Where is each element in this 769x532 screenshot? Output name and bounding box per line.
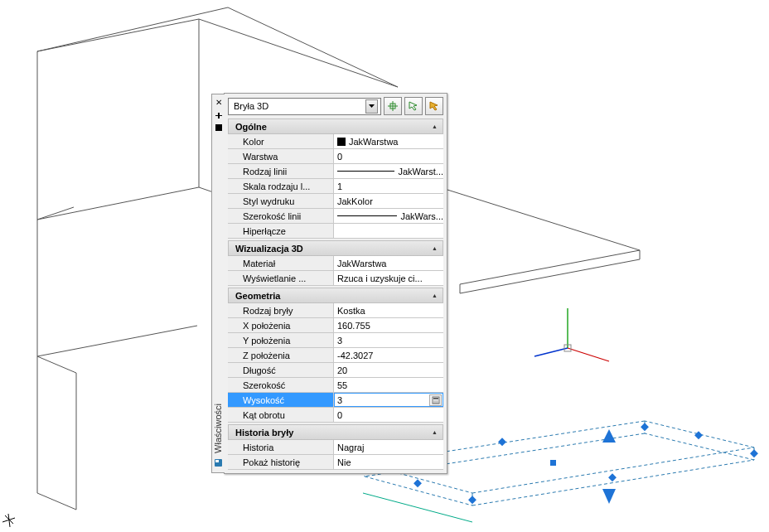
svg-line-14 [37,326,197,356]
svg-marker-58 [409,102,417,110]
collapse-icon: ▲ [432,293,438,298]
row-history[interactable]: Historia Nagraj [228,440,443,455]
collapse-icon: ▲ [432,429,438,435]
close-icon[interactable]: ✕ [214,98,223,107]
svg-line-11 [37,493,76,510]
svg-rect-44 [498,438,506,446]
svg-point-63 [435,400,436,401]
svg-point-67 [437,402,438,403]
svg-rect-45 [694,431,703,439]
height-value[interactable]: 3 [337,395,342,405]
svg-line-18 [460,259,640,293]
pin-icon[interactable] [214,110,223,119]
svg-rect-51 [215,124,222,131]
ucs-icon [534,308,609,361]
svg-marker-37 [602,429,616,443]
calculator-icon[interactable] [429,394,442,406]
properties-panel: ✕ Właściwości Bryła 3D [224,93,447,474]
row-rotation[interactable]: Kąt obrotu 0 [228,408,443,423]
svg-marker-54 [369,104,375,108]
svg-line-32 [472,460,754,505]
svg-line-4 [199,19,398,87]
svg-point-65 [433,402,434,403]
menu-icon[interactable] [214,123,223,132]
row-solidtype[interactable]: Rodzaj bryły Kostka [228,303,443,318]
svg-line-22 [534,348,568,356]
section-geometry-title: Geometria [235,291,280,301]
section-general[interactable]: Ogólne ▲ [228,118,443,134]
svg-line-16 [460,250,640,284]
row-material[interactable]: Materiał JakWarstwa [228,256,443,271]
row-length[interactable]: Długość 20 [228,363,443,378]
svg-point-62 [433,400,434,401]
svg-line-2 [37,187,199,220]
svg-point-66 [435,402,436,403]
svg-line-24 [472,447,754,493]
svg-line-10 [37,356,76,373]
svg-rect-42 [641,423,649,431]
linetype-sample [337,171,394,172]
collapse-icon: ▲ [432,245,438,251]
row-lineweight[interactable]: Szerokość linii JakWars... [228,209,443,224]
row-plotstyle[interactable]: Styl wydruku JakKolor [228,194,443,209]
svg-marker-59 [430,102,438,110]
panel-toolbar: Bryła 3D [228,97,443,115]
dropdown-arrow-icon [365,99,378,114]
toggle-pickadd-icon[interactable] [425,97,443,115]
properties-icon[interactable] [214,458,223,467]
panel-title: Właściwości [214,404,223,453]
section-viz3d[interactable]: Wizualizacja 3D ▲ [228,240,443,256]
row-shadow[interactable]: Wyświetlanie ... Rzuca i uzyskuje ci... [228,271,443,286]
svg-marker-38 [602,489,616,504]
section-history[interactable]: Historia bryły ▲ [228,424,443,440]
row-xpos[interactable]: X położenia 160.755 [228,318,443,333]
svg-line-0 [37,19,199,51]
svg-rect-40 [468,496,476,504]
svg-line-36 [363,493,472,522]
row-hyperlink[interactable]: Hiperłącze [228,224,443,239]
svg-point-64 [437,400,438,401]
row-linetype[interactable]: Rodzaj linii JakWarst... [228,164,443,179]
collapse-icon: ▲ [432,123,438,129]
svg-line-21 [568,348,609,361]
section-viz3d-title: Wizualizacja 3D [235,244,303,254]
panel-side-bar: ✕ Właściwości [211,94,225,473]
section-general-title: Ogólne [235,122,267,132]
lineweight-sample [337,215,397,216]
crosshair-cursor [2,514,15,527]
row-layer[interactable]: Warstwa 0 [228,149,443,164]
row-width[interactable]: Szerokość 55 [228,378,443,393]
row-color[interactable]: Kolor JakWarstwa [228,134,443,149]
row-showhistory[interactable]: Pokaż historię Nie [228,455,443,470]
svg-rect-43 [414,479,422,487]
section-geometry[interactable]: Geometria ▲ [228,288,443,303]
object-type-value: Bryła 3D [234,101,268,111]
svg-rect-53 [215,460,219,462]
quick-select-icon[interactable] [384,97,402,115]
select-objects-icon[interactable] [404,97,423,115]
row-height[interactable]: Wysokość 3 [228,393,443,408]
object-type-selector[interactable]: Bryła 3D [228,98,381,115]
svg-line-7 [228,7,398,87]
color-swatch [337,138,346,146]
row-zpos[interactable]: Z położenia -42.3027 [228,348,443,363]
svg-rect-47 [550,460,556,466]
svg-rect-61 [433,398,438,399]
section-history-title: Historia bryły [235,428,293,438]
svg-rect-46 [608,473,617,481]
row-ypos[interactable]: Y położenia 3 [228,333,443,348]
row-ltscale[interactable]: Skala rodzaju l... 1 [228,179,443,194]
svg-rect-41 [750,449,758,457]
